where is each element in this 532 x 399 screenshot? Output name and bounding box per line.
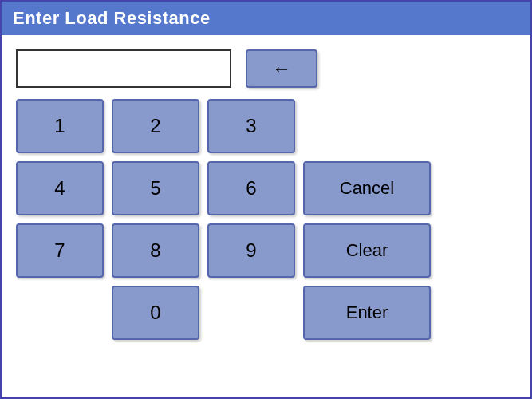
keypad-grid: 1 2 3 4 5 6 Cancel xyxy=(16,99,516,340)
dialog: Enter Load Resistance ← 1 2 3 4 xyxy=(0,0,532,399)
digit-7-button[interactable]: 7 xyxy=(16,223,104,278)
input-row: ← xyxy=(16,49,516,88)
digit-0-button[interactable]: 0 xyxy=(112,286,199,340)
digit-9-button[interactable]: 9 xyxy=(207,223,295,278)
digit-2-button[interactable]: 2 xyxy=(112,99,199,153)
backspace-button[interactable]: ← xyxy=(246,49,317,88)
digit-3-button[interactable]: 3 xyxy=(207,99,295,153)
cancel-button[interactable]: Cancel xyxy=(303,161,431,215)
value-input[interactable] xyxy=(16,49,231,88)
digit-1-button[interactable]: 1 xyxy=(16,99,104,153)
digit-8-button[interactable]: 8 xyxy=(112,223,199,278)
digit-4-button[interactable]: 4 xyxy=(16,161,104,215)
dialog-title: Enter Load Resistance xyxy=(2,2,530,35)
digit-5-button[interactable]: 5 xyxy=(112,161,199,215)
digit-6-button[interactable]: 6 xyxy=(207,161,295,215)
clear-button[interactable]: Clear xyxy=(303,223,431,278)
dialog-content: ← 1 2 3 4 5 xyxy=(2,35,530,397)
enter-button[interactable]: Enter xyxy=(303,286,431,340)
